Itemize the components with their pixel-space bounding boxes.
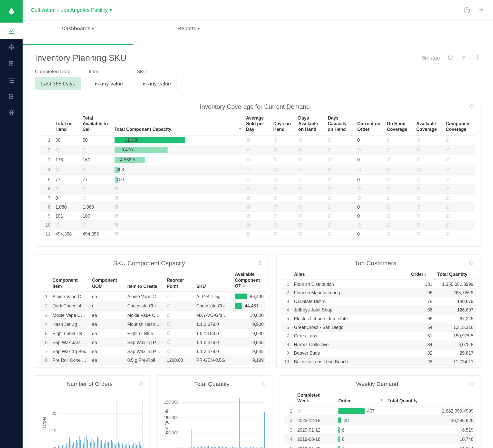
globe-icon[interactable] — [469, 381, 474, 386]
table-row[interactable]: 4Jeffreys Joint Shop68126,697 — [281, 306, 476, 315]
column-header[interactable] — [281, 269, 292, 280]
table-row[interactable]: 1Flourish Distribution1311,355,081.3999 — [281, 280, 476, 289]
column-header[interactable]: Item to Create — [125, 269, 164, 292]
filter-item[interactable]: is any value — [89, 77, 129, 90]
help-icon[interactable]: ? — [463, 6, 471, 14]
refresh-icon[interactable] — [447, 55, 453, 61]
table-row[interactable]: 11∅2142 — [281, 366, 476, 367]
column-header[interactable]: Total Available to Sell — [80, 112, 112, 135]
column-header[interactable]: Total Quantity — [385, 389, 476, 406]
panel-inventory-coverage: Inventory Coverage for Current Demand — [35, 98, 480, 247]
table-row[interactable]: 4∅∅303∅∅∅∅∅∅∅∅ — [40, 165, 475, 174]
table-row[interactable]: 6∅∅Ø∅∅∅∅∅∅∅∅ — [40, 184, 475, 193]
sidebar-item-tasks[interactable] — [0, 72, 23, 88]
table-row[interactable]: 42019-08-18810,748 — [284, 435, 476, 444]
sidebar-item-inbound[interactable] — [0, 55, 23, 72]
table-row[interactable]: 11494.356494.356Ø∅∅∅∅0∅∅∅ — [40, 230, 475, 239]
column-header[interactable] — [40, 269, 50, 292]
table-row[interactable]: 70∅Ø∅∅∅∅∅∅∅∅ — [40, 193, 475, 202]
table-row[interactable]: 5Electric Lettuce - Interstate6567,228 — [281, 314, 476, 323]
globe-icon[interactable] — [138, 381, 144, 386]
column-header[interactable]: Current on Order — [355, 112, 384, 135]
column-header[interactable]: Available Coverage — [414, 112, 443, 135]
svg-rect-0 — [9, 111, 14, 115]
column-header[interactable] — [284, 389, 295, 406]
column-header[interactable]: Alias — [292, 269, 409, 280]
table-row[interactable]: 57777100∅∅∅∅0∅∅∅ — [40, 174, 475, 184]
globe-icon[interactable] — [469, 260, 474, 266]
sidebar-item-outbound[interactable] — [0, 88, 23, 105]
panel-number-of-orders: Number of Orders 0102020202022OrderCompl… — [35, 375, 150, 448]
sidebar-item-analytics[interactable] — [0, 23, 23, 39]
top-customers-table: AliasOrder▾Total Quantity 1Flourish Dist… — [281, 269, 476, 367]
svg-point-6 — [477, 59, 478, 60]
table-row[interactable]: 1605011,368∅∅∅∅0∅∅∅ — [40, 135, 475, 145]
table-row[interactable]: 8Pre Roll Cone - 1gea0.5 g Pre-Roll1200.… — [40, 356, 266, 364]
column-header[interactable]: On Hand Coverage — [384, 112, 414, 135]
column-header[interactable]: SKU — [194, 269, 232, 292]
column-header[interactable]: Days Available on Hand — [296, 112, 325, 135]
column-header[interactable]: Component UOM — [90, 269, 125, 292]
column-header[interactable]: Component Item — [50, 269, 90, 292]
table-row[interactable]: 22022-12-182836,245.928 — [284, 416, 476, 425]
column-header[interactable]: Total Component Capacity▾ — [112, 112, 244, 135]
table-row[interactable]: 9Beaver Buds3225,817 — [281, 349, 476, 358]
kebab-icon[interactable] — [474, 55, 480, 61]
table-row[interactable]: 7Ceres Labs51150,975.5 — [281, 332, 476, 340]
column-header[interactable]: Component Coverage — [443, 112, 475, 135]
svg-text:Order: Order — [42, 416, 47, 428]
table-row[interactable]: 1∅4672,682,959.4999 — [284, 406, 476, 416]
svg-point-5 — [477, 57, 478, 58]
table-row[interactable]: 2Dark Chocolate …gChocolate Chip …∅Choco… — [40, 301, 266, 311]
column-header[interactable]: Available Component QT.▾ — [233, 269, 266, 292]
column-header[interactable]: Reorder Point — [164, 269, 194, 292]
table-row[interactable]: 2Flourish Manufacturing98265,726.5 — [281, 289, 476, 297]
table-row[interactable]: 81,0801,080Ø∅∅∅∅0∅∅∅ — [40, 202, 475, 211]
table-row[interactable]: 6Sap Wax Jars & …eaSap Wax 1g Pac…∅1.1.2… — [40, 338, 266, 347]
column-header[interactable]: Days on Hand — [271, 112, 296, 135]
app-logo[interactable] — [0, 0, 23, 23]
updated-ago: 3m ago — [422, 55, 440, 61]
svg-text:0: 0 — [54, 446, 56, 448]
table-row[interactable]: 9101100Ø∅∅∅∅0∅∅∅ — [40, 211, 475, 220]
table-row[interactable]: 32020-01-1288,519 — [284, 425, 476, 435]
panel-title: Number of Orders — [41, 381, 138, 387]
column-header[interactable]: Total Quantity — [435, 269, 476, 280]
table-row[interactable]: 4Hash Jar 1geaFlourish Hash - …∅1.1.2.67… — [40, 320, 266, 329]
panel-sku-component: SKU Component Capacity Component ItemCom… — [35, 254, 269, 368]
sidebar-item-plants[interactable] — [0, 39, 23, 55]
filter-icon[interactable] — [461, 55, 467, 61]
table-row[interactable]: 5Eight Label - Blu…eaEighth - Blue Dr…∅1… — [40, 329, 266, 338]
tab-dashboards[interactable]: Dashboards ▾ — [23, 21, 133, 37]
table-row[interactable]: 10Belcosta Labs Long Beach2811,734.11 — [281, 357, 476, 366]
chevron-down-icon: ▾ — [424, 272, 427, 277]
table-row[interactable]: 3Cal State Distro75140,679 — [281, 297, 476, 306]
table-row[interactable]: 3Moxie Vape Cart…eaMoxie Vape Cart…∅MXY-… — [40, 310, 266, 319]
chevron-down-icon: ▾ — [198, 27, 200, 31]
table-row[interactable]: 9Pre Roll Cone - 1geaTHC Design - Pr…∅1.… — [40, 364, 266, 367]
table-row[interactable]: 7Sap Wax 1g BoxeaSap Wax 1g Pac…∅1.1.2.4… — [40, 347, 266, 356]
table-row[interactable]: 1Alpine Vape Cart…eaAlpine Vape Car…∅ALP… — [40, 292, 266, 301]
facility-picker[interactable]: Cultivation - Los Angeles Facility ▾ — [31, 7, 112, 13]
table-row[interactable]: 10∅∅Ø∅∅∅∅∅∅∅∅ — [40, 221, 475, 230]
column-header[interactable]: Total on Hand — [53, 112, 80, 135]
filter-completed-date[interactable]: Last 365 Days — [35, 77, 81, 90]
table-row[interactable]: 52019-11-03711,644 — [284, 444, 476, 448]
sidebar-item-data[interactable] — [0, 105, 23, 121]
column-header[interactable]: Order▾ — [409, 269, 435, 280]
table-row[interactable]: 31761604,566.5∅∅∅∅0∅∅∅ — [40, 155, 475, 165]
globe-icon[interactable] — [469, 104, 474, 109]
column-header[interactable]: Order▾ — [336, 389, 385, 406]
column-header[interactable] — [40, 112, 53, 135]
table-row[interactable]: 8Harbor Collective346,078.5 — [281, 340, 476, 349]
table-row[interactable]: 2∅∅9,470∅∅∅∅∅∅∅∅ — [40, 145, 475, 155]
tab-reports[interactable]: Reports ▾ — [133, 21, 244, 37]
table-row[interactable]: 6GreenCross - San Diego541,315,318 — [281, 323, 476, 332]
gear-icon[interactable] — [477, 6, 485, 14]
column-header[interactable]: Average Sold per Day — [244, 112, 271, 135]
column-header[interactable]: Days Capacity on Hand — [325, 112, 355, 135]
column-header[interactable]: Completed Week — [295, 389, 336, 406]
globe-icon[interactable] — [260, 381, 266, 386]
globe-icon[interactable] — [257, 260, 263, 266]
filter-sku[interactable]: is any value — [137, 77, 177, 90]
